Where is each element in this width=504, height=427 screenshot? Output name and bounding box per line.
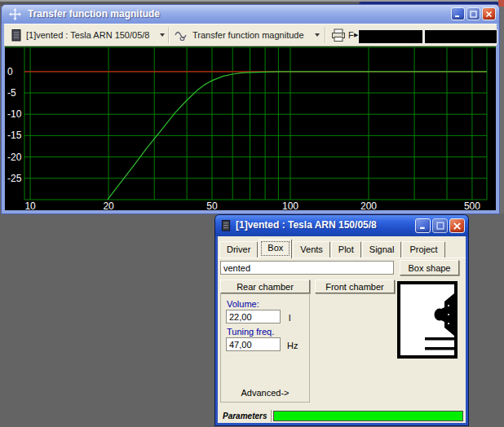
box-name-input[interactable] <box>220 261 394 275</box>
tab-plot[interactable]: Plot <box>331 241 361 258</box>
background-strip-right <box>499 7 504 214</box>
tuning-freq-label: Tuning freq. <box>227 327 274 337</box>
dialog-titlebar[interactable]: [1]vented : Tesla ARN 150/05/8 <box>215 215 468 236</box>
close-button[interactable] <box>482 7 496 20</box>
svg-text:200: 200 <box>360 200 377 210</box>
svg-text:50: 50 <box>206 200 218 210</box>
transfer-function-chart: 1020501002005000-5-10-15-20-25 <box>5 46 496 210</box>
chart-canvas: 1020501002005000-5-10-15-20-25 <box>5 46 496 210</box>
tab-box[interactable]: Box <box>259 239 292 258</box>
tab-driver[interactable]: Driver <box>219 241 258 258</box>
minimize-button[interactable] <box>451 7 465 20</box>
svg-text:500: 500 <box>464 200 480 210</box>
speaker-doc-icon <box>221 220 231 231</box>
window-title: Transfer function magnitude <box>28 8 160 20</box>
box-shape-button[interactable]: Box shape <box>400 260 459 275</box>
front-chamber-button[interactable]: Front chamber <box>315 280 395 293</box>
speaker-doc-icon <box>11 29 21 42</box>
svg-text:100: 100 <box>282 200 298 210</box>
project-selector[interactable]: [1]vented : Tesla ARN 150/05/8 <box>26 24 149 46</box>
box-shape-preview <box>397 281 458 359</box>
printer-icon[interactable] <box>331 29 346 42</box>
close-icon <box>485 11 493 18</box>
volume-input[interactable] <box>226 310 281 324</box>
close-button[interactable] <box>449 218 465 233</box>
toolbar-black-field-2[interactable] <box>424 29 497 44</box>
toolbar-black-field-1[interactable] <box>358 29 423 44</box>
svg-text:-10: -10 <box>7 108 22 120</box>
parameters-progress-bar <box>273 411 463 421</box>
dialog-client-area: Driver Box Vents Plot Signal Project Box… <box>218 236 466 423</box>
tab-project[interactable]: Project <box>402 241 444 258</box>
move-crosshair-icon <box>9 8 21 20</box>
parameters-status-label: Parameters <box>219 410 272 422</box>
transfer-function-window: Transfer function magnitude [1]vented : … <box>2 5 499 214</box>
svg-text:-20: -20 <box>7 152 22 163</box>
volume-label: Volume: <box>227 299 259 309</box>
plot-toolbar: [1]vented : Tesla ARN 150/05/8 Transfer … <box>4 24 497 46</box>
tab-vents[interactable]: Vents <box>293 241 330 258</box>
waveform-icon <box>175 30 189 42</box>
dialog-statusbar: Parameters <box>218 410 466 423</box>
svg-text:20: 20 <box>103 200 114 210</box>
maximize-button[interactable] <box>466 7 480 20</box>
transfer-window-titlebar[interactable]: Transfer function magnitude <box>2 5 499 24</box>
volume-unit-label: l <box>289 313 290 323</box>
minimize-icon <box>454 11 462 18</box>
chevron-down-icon[interactable] <box>160 33 165 37</box>
dialog-title: [1]vented : Tesla ARN 150/05/8 <box>236 219 377 231</box>
plot-type-selector[interactable]: Transfer function magnitude <box>192 24 304 46</box>
tuning-freq-input[interactable] <box>226 337 281 351</box>
maximize-icon <box>470 11 477 18</box>
rear-chamber-button[interactable]: Rear chamber <box>220 280 310 293</box>
minimize-button[interactable] <box>415 218 431 233</box>
svg-text:10: 10 <box>24 200 36 210</box>
background-close-button-fragment <box>498 0 504 7</box>
advanced-button[interactable]: Advanced-> <box>220 388 310 398</box>
toolbar-separator <box>168 27 170 43</box>
svg-text:-25: -25 <box>7 173 22 184</box>
box-dialog-window: [1]vented : Tesla ARN 150/05/8 Driver Bo… <box>215 215 468 425</box>
maximize-icon <box>436 222 444 230</box>
tab-bar: Driver Box Vents Plot Signal Project <box>219 238 446 258</box>
minimize-icon <box>419 222 427 230</box>
tuning-unit-label: Hz <box>287 341 298 350</box>
svg-text:0: 0 <box>7 66 13 77</box>
toolbar-separator <box>325 27 326 43</box>
chevron-down-icon[interactable] <box>315 33 320 37</box>
close-icon <box>453 222 462 231</box>
maximize-button[interactable] <box>432 218 448 233</box>
svg-text:-15: -15 <box>7 130 22 141</box>
tab-signal[interactable]: Signal <box>362 241 402 258</box>
print-shortcut-label[interactable]: F <box>348 24 354 46</box>
svg-text:-5: -5 <box>7 87 16 99</box>
